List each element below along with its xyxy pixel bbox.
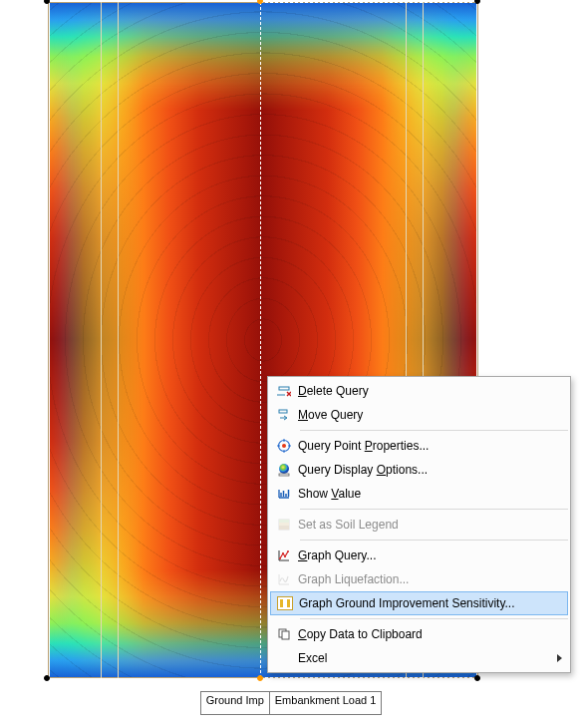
submenu-arrow-icon bbox=[557, 654, 562, 662]
svg-point-6 bbox=[282, 444, 286, 448]
handle-mid-bottom[interactable] bbox=[257, 675, 263, 681]
graph-liquefaction-icon bbox=[270, 572, 298, 586]
menu-label: Query Point Properties... bbox=[298, 439, 550, 453]
show-value-icon bbox=[270, 487, 298, 501]
menu-move-query[interactable]: Move Query bbox=[270, 403, 568, 427]
soil-legend-icon bbox=[270, 518, 298, 532]
menu-graph-liquefaction: Graph Liquefaction... bbox=[270, 567, 568, 591]
menu-graph-query[interactable]: Graph Query... bbox=[270, 544, 568, 567]
menu-separator bbox=[300, 430, 568, 431]
menu-label: Delete Query bbox=[298, 384, 550, 398]
guide-line bbox=[101, 2, 102, 678]
svg-point-18 bbox=[282, 552, 284, 554]
svg-rect-15 bbox=[279, 523, 289, 526]
menu-separator bbox=[300, 618, 568, 619]
svg-rect-16 bbox=[279, 526, 289, 530]
viewport-canvas: Ground Imp Embankment Load 1 Delete Quer… bbox=[0, 0, 582, 728]
svg-rect-12 bbox=[279, 474, 289, 476]
svg-point-20 bbox=[287, 550, 289, 552]
menu-query-display-options[interactable]: Query Display Options... bbox=[270, 458, 568, 482]
svg-rect-4 bbox=[279, 410, 287, 413]
context-menu: Delete Query Move Query bbox=[267, 376, 571, 673]
guide-line bbox=[118, 2, 119, 678]
object-tag-row: Ground Imp Embankment Load 1 bbox=[0, 691, 582, 715]
object-tag-ground-improvement[interactable]: Ground Imp bbox=[200, 691, 269, 715]
svg-rect-0 bbox=[279, 387, 289, 390]
svg-rect-14 bbox=[279, 520, 289, 523]
menu-excel[interactable]: Excel bbox=[270, 646, 568, 670]
svg-point-11 bbox=[279, 464, 289, 474]
menu-delete-query[interactable]: Delete Query bbox=[270, 379, 568, 403]
object-tag-embankment-load[interactable]: Embankment Load 1 bbox=[269, 691, 383, 715]
menu-label: Excel bbox=[298, 651, 550, 665]
menu-set-as-soil-legend: Set as Soil Legend bbox=[270, 513, 568, 537]
display-options-icon bbox=[270, 463, 298, 477]
menu-copy-data-to-clipboard[interactable]: Copy Data to Clipboard bbox=[270, 622, 568, 646]
menu-query-point-properties[interactable]: Query Point Properties... bbox=[270, 434, 568, 458]
menu-label: Set as Soil Legend bbox=[298, 518, 550, 532]
svg-rect-21 bbox=[278, 597, 293, 610]
menu-label: Move Query bbox=[298, 408, 550, 422]
handle-tr[interactable] bbox=[474, 0, 480, 4]
menu-show-value[interactable]: Show Value bbox=[270, 482, 568, 506]
menu-label: Copy Data to Clipboard bbox=[298, 627, 550, 641]
graph-query-icon bbox=[270, 548, 298, 562]
menu-label: Query Display Options... bbox=[298, 463, 550, 477]
svg-point-19 bbox=[284, 555, 286, 557]
svg-rect-22 bbox=[280, 599, 283, 607]
menu-separator bbox=[300, 509, 568, 510]
delete-query-icon bbox=[270, 384, 298, 398]
menu-separator bbox=[300, 540, 568, 541]
menu-label: Graph Query... bbox=[298, 548, 550, 562]
svg-rect-23 bbox=[287, 599, 290, 607]
handle-bl[interactable] bbox=[44, 675, 50, 681]
menu-label: Show Value bbox=[298, 487, 550, 501]
menu-label: Graph Liquefaction... bbox=[298, 572, 550, 586]
properties-icon bbox=[270, 439, 298, 453]
menu-label: Graph Ground Improvement Sensitivity... bbox=[299, 596, 549, 610]
handle-br[interactable] bbox=[474, 675, 480, 681]
svg-rect-25 bbox=[282, 631, 289, 639]
menu-graph-ground-improvement-sensitivity[interactable]: Graph Ground Improvement Sensitivity... bbox=[270, 591, 568, 615]
svg-point-17 bbox=[279, 557, 281, 559]
move-query-icon bbox=[270, 408, 298, 422]
ground-improvement-icon bbox=[271, 596, 299, 610]
copy-icon bbox=[270, 627, 298, 641]
